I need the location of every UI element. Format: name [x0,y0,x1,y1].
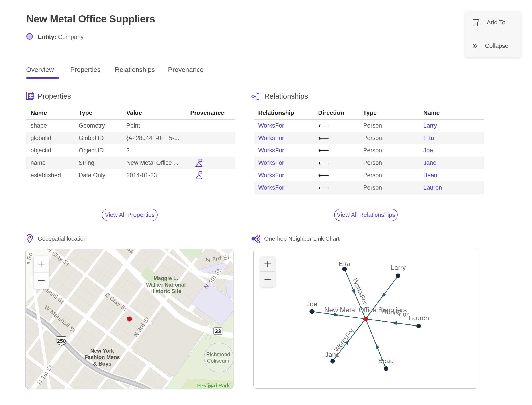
svg-text:Etta: Etta [339,260,351,268]
svg-text:Richmond: Richmond [206,351,230,357]
svg-text:Maggie L.: Maggie L. [154,275,178,281]
svg-text:Lauren: Lauren [409,314,429,322]
svg-text:Walker National: Walker National [146,282,186,288]
svg-text:& Boys: & Boys [93,361,112,367]
svg-text:Larry: Larry [391,264,406,271]
svg-text:Coliseum: Coliseum [207,358,229,364]
svg-text:33: 33 [215,328,221,334]
svg-text:Joe: Joe [306,300,317,308]
svg-text:Historic Site: Historic Site [150,288,181,294]
svg-text:Beau: Beau [378,357,394,364]
svg-text:WorksFor: WorksFor [333,327,355,353]
svg-text:New York: New York [90,348,114,354]
svg-text:Fashion Mens: Fashion Mens [85,354,120,360]
svg-text:250: 250 [57,338,66,344]
svg-text:Festival Park: Festival Park [197,383,230,389]
